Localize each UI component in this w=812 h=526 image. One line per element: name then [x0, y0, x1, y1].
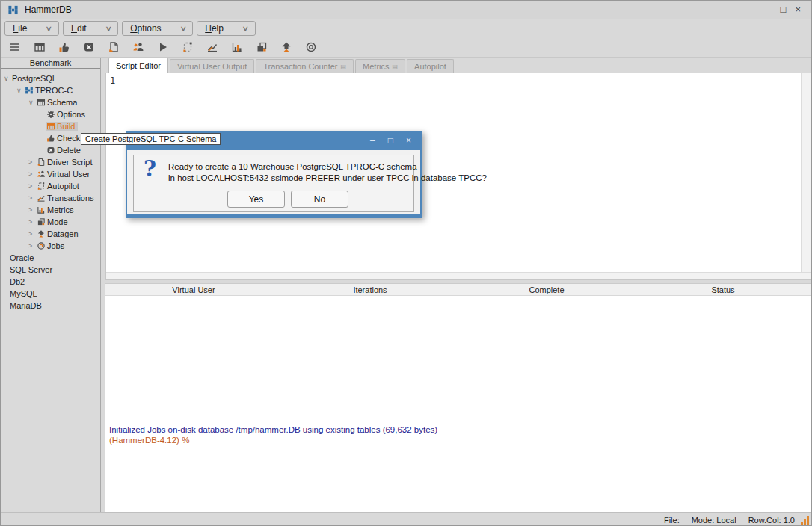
db-label[interactable]: MySQL — [10, 289, 37, 298]
tree-item-jobs[interactable]: > Jobs — [1, 240, 100, 252]
chevron-open-icon[interactable]: ∨ — [28, 99, 35, 106]
maximize-button[interactable]: □ — [781, 2, 787, 17]
mode-layers-icon — [37, 217, 46, 226]
horizontal-scrollbar[interactable] — [106, 272, 811, 279]
sidebar-item-oracle[interactable]: Oracle — [1, 252, 100, 264]
autopilot-icon[interactable] — [182, 41, 194, 53]
menu-icon[interactable] — [9, 41, 21, 53]
close-button[interactable]: × — [795, 2, 801, 17]
tree-label[interactable]: Schema — [47, 98, 77, 107]
tab-bar: Script Editor Virtual User Output Transa… — [105, 58, 811, 73]
tree-item-transactions[interactable]: > Transactions — [1, 192, 100, 204]
menu-options-label: Options — [130, 23, 161, 34]
tree-item-mode[interactable]: > Mode — [1, 216, 100, 228]
tree-label[interactable]: Autopilot — [47, 182, 79, 191]
minimize-button[interactable]: – — [766, 2, 771, 17]
grid-icon: ▤ — [341, 64, 347, 70]
sidebar-item-mariadb[interactable]: MariaDB — [1, 300, 100, 312]
tab-label: Virtual User Output — [177, 62, 247, 71]
tab-virtual-user-output[interactable]: Virtual User Output — [170, 59, 254, 73]
tree-item-metrics[interactable]: > Metrics — [1, 204, 100, 216]
tree-label[interactable]: Transactions — [47, 194, 94, 202]
menu-edit[interactable]: Edit ∨ — [63, 21, 118, 36]
tab-transaction-counter[interactable]: Transaction Counter ▤ — [256, 59, 354, 73]
tree-item-options[interactable]: Options — [1, 108, 100, 120]
tree-label[interactable]: TPROC-C — [35, 86, 73, 95]
tree-label[interactable]: Build — [57, 122, 75, 131]
chevron-open-icon[interactable]: ∨ — [4, 75, 10, 82]
chevron-closed-icon[interactable]: > — [28, 194, 35, 202]
thumbs-up-check-icon — [46, 134, 55, 143]
tree-label[interactable]: Check — [57, 134, 80, 143]
chevron-closed-icon[interactable]: > — [28, 206, 35, 214]
tab-script-editor[interactable]: Script Editor — [108, 58, 168, 73]
tree-label[interactable]: Options — [57, 110, 85, 119]
chevron-closed-icon[interactable]: > — [28, 230, 35, 238]
chevron-closed-icon[interactable]: > — [28, 182, 35, 190]
tab-label: Script Editor — [116, 61, 161, 70]
metrics-icon[interactable] — [231, 41, 243, 53]
yes-button[interactable]: Yes — [227, 191, 285, 208]
schema-table-icon[interactable] — [34, 41, 46, 53]
tree-item-virtual-user[interactable]: > Virtual User — [1, 168, 100, 180]
col-iterations: Iterations — [282, 285, 458, 294]
hammerdb-logo-icon — [25, 86, 34, 95]
no-button[interactable]: No — [291, 191, 348, 208]
tab-autopilot[interactable]: Autopilot — [407, 59, 454, 73]
chevron-down-icon: ∨ — [179, 25, 187, 32]
tree-item-tproc-c[interactable]: ∨ TPROC-C — [1, 84, 100, 96]
chevron-closed-icon[interactable]: > — [28, 242, 35, 250]
tree-item-datagen[interactable]: > Datagen — [1, 228, 100, 240]
db-label[interactable]: MariaDB — [10, 301, 42, 310]
hammerdb-window: HammerDB – □ × File ∨ Edit ∨ Options ∨ H… — [0, 0, 812, 526]
sidebar-item-db2[interactable]: Db2 — [1, 276, 100, 288]
chevron-open-icon[interactable]: ∨ — [16, 87, 23, 94]
tree-label[interactable]: Virtual User — [47, 170, 90, 179]
mode-layers-icon[interactable] — [256, 41, 268, 53]
tree-item-driver-script[interactable]: > Driver Script — [1, 156, 100, 168]
driver-script-icon[interactable] — [108, 41, 120, 53]
tree-label[interactable]: Metrics — [47, 205, 73, 214]
menu-options[interactable]: Options ∨ — [122, 21, 193, 36]
transactions-icon[interactable] — [206, 41, 218, 53]
tree-item-autopilot[interactable]: > Autopilot — [1, 180, 100, 192]
chevron-closed-icon[interactable]: > — [28, 218, 35, 226]
tree-item-postgresql[interactable]: ∨ PostgreSQL — [1, 72, 100, 84]
tab-label: Autopilot — [414, 62, 446, 71]
chevron-closed-icon[interactable]: > — [28, 170, 35, 178]
thumbs-up-check-icon[interactable] — [58, 41, 70, 53]
dialog-minimize-button[interactable]: – — [370, 134, 375, 147]
vertical-scrollbar[interactable] — [801, 73, 811, 272]
dialog-close-button[interactable]: × — [406, 134, 411, 147]
db-label[interactable]: Oracle — [10, 253, 34, 262]
benchmark-header: Benchmark — [1, 58, 100, 69]
menu-file[interactable]: File ∨ — [4, 21, 59, 36]
selected-highlight[interactable]: Build — [46, 122, 78, 131]
tree-label[interactable]: Mode — [47, 217, 68, 226]
tree-label[interactable]: Delete — [57, 146, 81, 155]
tree-item-schema[interactable]: ∨ Schema — [1, 96, 100, 108]
menu-help[interactable]: Help ∨ — [197, 21, 255, 36]
jobs-target-icon[interactable] — [305, 41, 317, 53]
tab-metrics[interactable]: Metrics ▤ — [355, 59, 405, 73]
resize-grip[interactable] — [800, 516, 810, 525]
sidebar-item-mysql[interactable]: MySQL — [1, 288, 100, 300]
tree-item-build[interactable]: Build — [1, 120, 100, 132]
chevron-closed-icon[interactable]: > — [28, 158, 35, 166]
db-label[interactable]: SQL Server — [10, 265, 52, 274]
jobs-target-icon — [37, 241, 46, 250]
tree-label[interactable]: PostgreSQL — [12, 74, 57, 83]
sidebar-item-sql-server[interactable]: SQL Server — [1, 264, 100, 276]
tree-item-delete[interactable]: Delete — [1, 144, 100, 156]
datagen-upload-icon[interactable] — [280, 41, 292, 53]
run-play-icon[interactable] — [157, 41, 169, 53]
tree-label[interactable]: Driver Script — [47, 158, 93, 167]
dialog-title-tooltip: Create PostgreSQL TPC-C Schema — [81, 133, 221, 145]
db-label[interactable]: Db2 — [10, 277, 25, 286]
menu-edit-label: Edit — [71, 23, 87, 34]
tree-label[interactable]: Datagen — [47, 229, 79, 238]
delete-x-icon[interactable] — [83, 41, 95, 53]
tree-label[interactable]: Jobs — [47, 241, 64, 250]
dialog-maximize-button[interactable]: □ — [388, 134, 393, 147]
virtual-user-icon[interactable] — [132, 41, 144, 53]
